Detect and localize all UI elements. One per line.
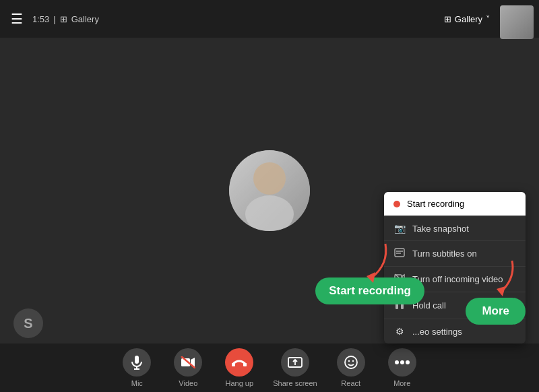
mic-icon <box>123 348 151 377</box>
start-recording-callout[interactable]: Start recording <box>315 277 424 304</box>
mic-label: Mic <box>131 379 143 387</box>
react-button[interactable]: React <box>334 348 369 387</box>
svg-rect-2 <box>229 150 310 231</box>
more-button[interactable]: More <box>385 348 420 387</box>
svg-point-26 <box>395 360 399 364</box>
video-thumbnail <box>500 5 534 39</box>
hangup-label: Hang up <box>225 379 253 387</box>
chevron-down-icon: ˅ <box>486 14 490 24</box>
share-screen-icon <box>281 348 309 377</box>
settings-icon: ⚙ <box>393 326 406 337</box>
snapshot-icon: 📷 <box>393 223 406 234</box>
participant-avatar <box>229 150 310 231</box>
grid-view-label: Gallery <box>455 14 482 24</box>
svg-point-25 <box>352 360 354 362</box>
call-timer: 1:53 <box>32 14 49 24</box>
gallery-icon: ⊞ <box>60 14 67 24</box>
menu-item-label: Turn subtitles on <box>412 249 477 259</box>
menu-item-subtitles[interactable]: Turn subtitles on <box>384 241 526 267</box>
svg-rect-13 <box>135 356 139 364</box>
hangup-button[interactable]: Hang up <box>222 348 257 387</box>
menu-item-label: Turn off incoming video <box>412 274 503 284</box>
menu-item-label: Take snapshot <box>412 224 469 234</box>
menu-item-take-snapshot[interactable]: 📷 Take snapshot <box>384 216 526 241</box>
menu-item-label: ...eo settings <box>412 327 462 337</box>
more-callout[interactable]: More <box>466 298 526 325</box>
svg-point-23 <box>345 356 357 368</box>
svg-rect-19 <box>232 363 235 366</box>
hangup-icon <box>225 348 253 377</box>
top-bar: ☰ 1:53 | ⊞ Gallery ⊞ Gallery ˅ 👤 <box>0 0 539 38</box>
svg-rect-20 <box>243 363 247 366</box>
svg-point-28 <box>406 360 410 364</box>
share-label: Share screen <box>273 379 317 387</box>
bottom-toolbar: Mic Video Hang up <box>0 344 539 392</box>
share-screen-button[interactable]: Share screen <box>273 348 317 387</box>
record-dot-icon <box>393 201 400 207</box>
menu-item-label: Start recording <box>407 199 464 209</box>
self-badge: S <box>13 308 43 338</box>
react-icon <box>337 348 365 377</box>
mic-button[interactable]: Mic <box>119 348 154 387</box>
hamburger-icon[interactable]: ☰ <box>11 11 23 27</box>
more-label: More <box>393 379 410 387</box>
svg-point-27 <box>400 360 404 364</box>
react-label: React <box>341 379 360 387</box>
video-button[interactable]: Video <box>170 348 205 387</box>
menu-item-start-recording[interactable]: Start recording <box>384 192 526 216</box>
participant-avatar-inner <box>229 150 310 231</box>
subtitles-icon <box>393 248 406 259</box>
svg-point-24 <box>348 360 350 362</box>
grid-view-button[interactable]: ⊞ Gallery ˅ <box>439 11 496 27</box>
top-left: ☰ 1:53 | ⊞ Gallery <box>11 11 99 27</box>
svg-rect-3 <box>395 249 404 257</box>
separator: | <box>53 14 55 24</box>
video-label: Video <box>179 379 197 387</box>
timer-gallery: 1:53 | ⊞ Gallery <box>32 14 99 24</box>
video-icon <box>174 348 202 377</box>
top-right: ⊞ Gallery ˅ 👤 <box>439 7 528 31</box>
more-icon <box>388 348 416 377</box>
grid-view-icon: ⊞ <box>444 14 451 24</box>
gallery-label: Gallery <box>71 14 99 24</box>
